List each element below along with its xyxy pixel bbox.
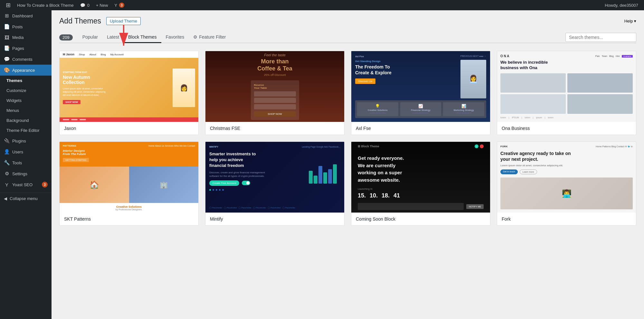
theme-thumbnail-coming: ⊞ Block Theme i Get ready everyone.We ar…: [351, 142, 490, 213]
dashboard-icon: ⊞: [4, 13, 10, 19]
sidebar-item-customize[interactable]: Customize: [0, 86, 52, 96]
theme-name-axl-fse: Axl Fse: [351, 122, 490, 135]
collapse-arrow-icon: ◀: [4, 196, 7, 201]
users-icon: 👤: [4, 149, 10, 155]
sidebar-item-plugins[interactable]: 🔌 Plugins: [0, 135, 52, 146]
theme-card-axl-fse[interactable]: Ad Fox PREVIOUS NEXT ●●● → Get Standing …: [351, 51, 490, 135]
sidebar-label-menus: Menus: [6, 108, 19, 113]
theme-thumbnail-skt: PATTERNS Home About Us Services Who We A…: [60, 142, 198, 213]
sidebar-item-menus[interactable]: Menus: [0, 105, 52, 115]
comments-sidebar-icon: 💬: [4, 56, 10, 62]
sidebar-label-yoast-seo: Yoast SEO: [12, 182, 33, 187]
theme-name-skt-patterns: SKT Patterns: [60, 213, 198, 225]
comments-count: 0: [87, 3, 90, 8]
sidebar-item-dashboard[interactable]: ⊞ Dashboard: [0, 10, 52, 21]
content-area: Add Themes Upload Theme Help ▾ 20: [52, 10, 644, 319]
theme-name-mintify: Mintify: [205, 213, 344, 225]
sidebar-label-tools: Tools: [12, 160, 22, 165]
sidebar-item-users[interactable]: 👤 Users: [0, 146, 52, 157]
sidebar-label-appearance: Appearance: [12, 68, 35, 73]
site-name[interactable]: How To Create a Block Theme: [14, 0, 77, 10]
theme-thumbnail-ona: O N A PainTeamBlogHire Available We beli…: [497, 51, 636, 122]
search-themes-input[interactable]: [565, 33, 636, 42]
media-icon: 🖼: [4, 35, 10, 40]
howdy-user[interactable]: Howdy, dee35007: [601, 0, 641, 10]
theme-name-christmas-fse: Christmas FSE: [205, 122, 344, 135]
sidebar-label-plugins: Plugins: [12, 139, 26, 143]
sidebar-label-pages: Pages: [12, 46, 24, 51]
yoast-sidebar-badge: 3: [42, 182, 48, 187]
sidebar-label-widgets: Widgets: [6, 98, 22, 103]
posts-icon: 📄: [4, 24, 10, 30]
theme-name-fork: Fork: [497, 213, 636, 225]
help-button[interactable]: Help ▾: [624, 19, 636, 23]
collapse-menu-button[interactable]: ◀ Collapse menu: [0, 193, 52, 204]
theme-card-christmas-fse[interactable]: Feel the taste More thanCoffee & Tea 25%…: [205, 51, 345, 135]
sidebar-item-background[interactable]: Background: [0, 115, 52, 125]
sidebar-label-theme-file-editor: Theme File Editor: [6, 128, 40, 133]
sidebar-label-users: Users: [12, 150, 23, 154]
theme-card-fork[interactable]: FORK Home Patterns Blog Contact ✉ 🐦 in C…: [497, 141, 636, 226]
appearance-icon: 🎨: [4, 67, 10, 73]
comment-icon: 💬: [80, 3, 85, 8]
settings-icon: ⚙: [4, 171, 10, 177]
sidebar-label-themes: Themes: [6, 78, 22, 83]
theme-name-ona-business: Ona Business: [497, 122, 636, 135]
sidebar-item-yoast-seo[interactable]: Y Yoast SEO 3: [0, 179, 52, 190]
sidebar-item-tools[interactable]: 🔧 Tools: [0, 157, 52, 168]
new-content-link[interactable]: + New: [93, 0, 111, 10]
new-label: + New: [96, 3, 108, 8]
sidebar-label-dashboard: Dashboard: [12, 14, 33, 18]
comments-link[interactable]: 💬 0: [77, 0, 93, 10]
pages-icon: 📑: [4, 45, 10, 51]
theme-card-skt-patterns[interactable]: PATTERNS Home About Us Services Who We A…: [59, 141, 199, 226]
sidebar-item-media[interactable]: 🖼 Media: [0, 32, 52, 43]
upload-theme-button[interactable]: Upload Theme: [106, 17, 141, 25]
theme-thumbnail-axl: Ad Fox PREVIOUS NEXT ●●● → Get Standing …: [351, 51, 490, 122]
yoast-sidebar-icon: Y: [4, 182, 10, 187]
sidebar-label-background: Background: [6, 118, 29, 123]
tab-feature-filter[interactable]: ⚙ Feature Filter: [189, 32, 230, 43]
sidebar-item-posts[interactable]: 📄 Posts: [0, 21, 52, 32]
sidebar-label-settings: Settings: [12, 171, 27, 176]
tab-popular[interactable]: Popular: [78, 32, 102, 43]
tab-favorites[interactable]: Favorites: [161, 32, 189, 43]
page-header: Add Themes Upload Theme Help ▾: [59, 17, 636, 25]
theme-thumbnail-christmas: Feel the taste More thanCoffee & Tea 25%…: [205, 51, 344, 122]
themes-grid: M Jaxon ShopAboutBlogMy Account STARTING…: [59, 51, 636, 226]
theme-card-ona-business[interactable]: O N A PainTeamBlogHire Available We beli…: [497, 51, 636, 135]
theme-name-coming-soon-block: Coming Soon Block: [351, 213, 490, 225]
theme-count-badge: 209: [59, 34, 73, 41]
site-title: How To Create a Block Theme: [17, 3, 74, 8]
theme-card-mintify[interactable]: MINTIFY Landing Page Google Ads Facebook…: [205, 141, 345, 226]
theme-card-coming-soon-block[interactable]: ⊞ Block Theme i Get ready everyone.We ar…: [351, 141, 490, 226]
yoast-link[interactable]: Y 3: [111, 0, 128, 10]
yoast-badge: 3: [119, 3, 124, 8]
sidebar-label-posts: Posts: [12, 24, 23, 29]
collapse-menu-label: Collapse menu: [10, 196, 38, 201]
theme-thumbnail-jaxon: M Jaxon ShopAboutBlogMy Account STARTING…: [60, 51, 198, 122]
sidebar-item-pages[interactable]: 📑 Pages: [0, 43, 52, 54]
theme-card-jaxon[interactable]: M Jaxon ShopAboutBlogMy Account STARTING…: [59, 51, 199, 135]
sidebar-item-appearance[interactable]: 🎨 Appearance: [0, 65, 52, 76]
sidebar-item-theme-file-editor[interactable]: Theme File Editor: [0, 125, 52, 135]
tab-block-themes[interactable]: Block Themes: [124, 32, 161, 43]
gear-icon: ⚙: [193, 34, 197, 40]
admin-bar: ⊞ How To Create a Block Theme 💬 0 + New …: [0, 0, 644, 10]
sidebar-item-settings[interactable]: ⚙ Settings: [0, 168, 52, 179]
sidebar: ⊞ Dashboard 📄 Posts 🖼 Media 📑 Pages 💬 Co…: [0, 10, 52, 319]
sidebar-label-media: Media: [12, 35, 24, 40]
plugins-icon: 🔌: [4, 138, 10, 144]
adminbar-right: Howdy, dee35007: [601, 0, 641, 10]
yoast-icon: Y: [114, 3, 117, 8]
tab-latest[interactable]: Latest: [102, 32, 124, 43]
wp-logo-icon: ⊞: [6, 2, 11, 9]
sidebar-label-customize: Customize: [6, 88, 26, 93]
page-title: Add Themes: [59, 17, 101, 25]
sidebar-item-themes[interactable]: Themes: [0, 76, 52, 86]
wp-logo[interactable]: ⊞: [3, 0, 14, 10]
howdy-text: Howdy, dee35007: [605, 3, 638, 8]
sidebar-item-widgets[interactable]: Widgets: [0, 96, 52, 105]
theme-thumbnail-mintify: MINTIFY Landing Page Google Ads Facebook…: [205, 142, 344, 213]
sidebar-item-comments[interactable]: 💬 Comments: [0, 54, 52, 65]
